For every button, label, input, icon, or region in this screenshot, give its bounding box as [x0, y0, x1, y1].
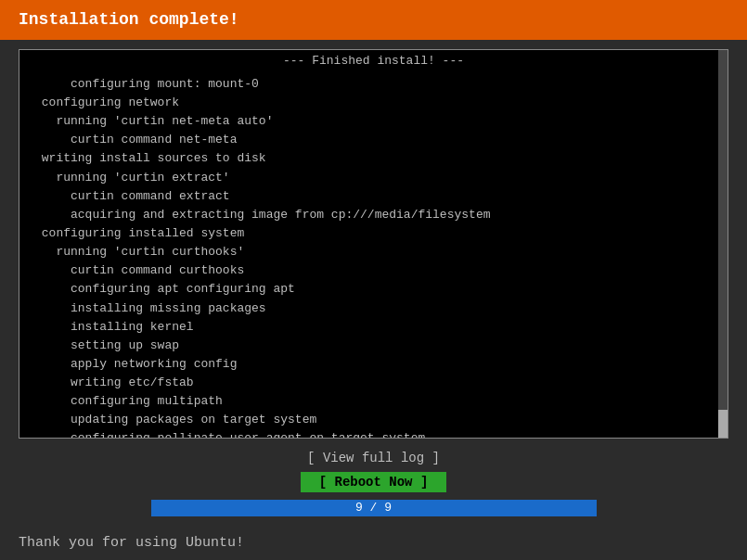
scrollbar[interactable] — [718, 50, 728, 438]
footer-text: Thank you for using Ubuntu! — [19, 535, 244, 551]
terminal-title: --- Finished install! --- — [19, 50, 728, 71]
scrollbar-thumb[interactable] — [718, 410, 728, 438]
terminal-log: configuring mount: mount-0 configuring n… — [19, 71, 728, 439]
progress-bar: 9 / 9 — [151, 500, 597, 516]
view-log-button[interactable]: [ View full log ] — [289, 448, 458, 468]
main-content: --- Finished install! --- configuring mo… — [0, 40, 747, 526]
progress-label: 9 / 9 — [355, 501, 392, 515]
header-title: Installation complete! — [19, 10, 239, 29]
reboot-button[interactable]: [ Reboot Now ] — [301, 472, 447, 492]
header-bar: Installation complete! — [0, 0, 747, 40]
footer-bar: Thank you for using Ubuntu! — [0, 526, 747, 560]
terminal-box: --- Finished install! --- configuring mo… — [19, 49, 728, 439]
buttons-area: [ View full log ] [ Reboot Now ] — [289, 448, 458, 492]
